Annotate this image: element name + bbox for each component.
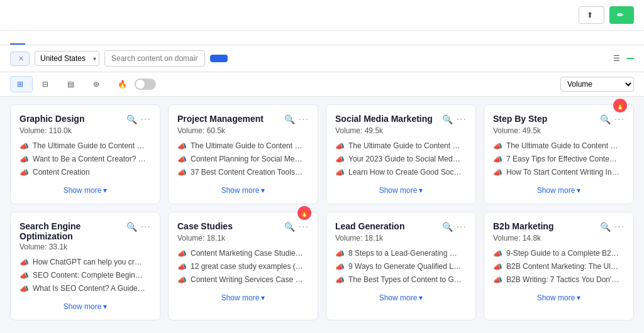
- view-explorer-button[interactable]: ⊟: [35, 76, 58, 92]
- order-button[interactable]: ✏: [609, 6, 634, 24]
- search-icon[interactable]: 🔍: [126, 222, 137, 232]
- favorite-ideas-link[interactable]: ☰: [613, 54, 634, 63]
- card-item: 📣 How ChatGPT can help you create conten…: [19, 258, 151, 267]
- chevron-down-icon: ▾: [103, 302, 107, 311]
- more-options-icon[interactable]: ···: [141, 114, 151, 125]
- view-mindmap-button[interactable]: ⊛: [86, 76, 109, 92]
- input-tag-close[interactable]: ✕: [18, 55, 24, 63]
- more-options-icon[interactable]: ···: [299, 221, 309, 232]
- more-options-icon[interactable]: ···: [141, 221, 151, 232]
- country-select-wrapper[interactable]: United States: [35, 51, 99, 66]
- card-item-text: How To Start Content Writing In 2023: [506, 168, 619, 177]
- card-header: Step By Step 🔍 ···: [493, 114, 625, 125]
- prioritize-select[interactable]: Volume Difficulty Topic Efficiency: [560, 77, 634, 92]
- more-options-icon[interactable]: ···: [614, 221, 625, 232]
- tab-favorite-ideas[interactable]: [28, 31, 43, 45]
- card-header: Project Management 🔍 ···: [177, 114, 309, 125]
- show-more-button[interactable]: Show more ▾: [177, 291, 309, 302]
- main-tabs: [0, 31, 644, 45]
- card-item: 📣 How To Start Content Writing In 2023: [493, 168, 625, 177]
- card-items: 📣 The Ultimate Guide to Content Creation…: [19, 141, 151, 177]
- more-options-icon[interactable]: ···: [457, 221, 467, 232]
- card-item: 📣 B2B Writing: 7 Tactics You Don't Want …: [493, 275, 625, 285]
- megaphone-icon: 📣: [335, 263, 345, 271]
- card-item-text: 7 Easy Tips for Effective Content Writin…: [506, 155, 619, 163]
- card-item: 📣 SEO Content: Complete Beginner's Guide: [19, 271, 151, 280]
- megaphone-icon: 📣: [19, 142, 29, 151]
- topic-input-tag[interactable]: ✕: [10, 52, 30, 66]
- search-domain-input[interactable]: [104, 50, 205, 67]
- more-options-icon[interactable]: ···: [457, 114, 467, 125]
- card-title: Project Management: [177, 114, 284, 124]
- export-button[interactable]: ⬆: [579, 6, 604, 24]
- trending-toggle[interactable]: [135, 79, 156, 90]
- show-more-button[interactable]: Show more ▾: [19, 183, 151, 195]
- card-items: 📣 How ChatGPT can help you create conten…: [19, 258, 151, 293]
- show-more-label: Show more: [379, 293, 418, 302]
- card-actions: 🔍 ···: [600, 114, 625, 125]
- trending-section: 🔥: [118, 79, 156, 90]
- card-actions: 🔍 ···: [284, 114, 309, 125]
- card-item: 📣 9-Step Guide to a Complete B2B Content…: [493, 249, 625, 258]
- more-options-icon[interactable]: ···: [299, 114, 309, 125]
- megaphone-icon: 📣: [335, 155, 345, 164]
- search-icon[interactable]: 🔍: [284, 114, 295, 124]
- megaphone-icon: 📣: [177, 276, 187, 285]
- card-title: Social Media Marketing: [335, 114, 442, 124]
- card-items: 📣 Content Marketing Case Studies from th…: [177, 249, 309, 285]
- card-item-text: Want to Be a Content Creator? Learn How: [33, 155, 146, 163]
- card-item-text: The Ultimate Guide to Content Creation: [191, 141, 304, 150]
- show-more-button[interactable]: Show more ▾: [335, 183, 467, 195]
- megaphone-icon: 📣: [493, 263, 502, 271]
- search-icon[interactable]: 🔍: [442, 222, 453, 232]
- header-actions: ⬆ ✏: [579, 6, 634, 24]
- more-options-icon[interactable]: ···: [614, 114, 625, 125]
- card-item: 📣 The Best Types of Content to Generate …: [335, 275, 467, 285]
- card-header: Social Media Marketing 🔍 ···: [335, 114, 467, 125]
- card-title: Search Engine Optimization: [19, 221, 126, 241]
- card-seo: Search Engine Optimization 🔍 ··· Volume:…: [10, 212, 160, 320]
- view-cards-button[interactable]: ⊞: [10, 76, 33, 92]
- card-item-text: Content Planning for Social Media: An 8-…: [191, 155, 304, 163]
- card-item: 📣 What Is SEO Content? A Guide to Creati…: [19, 284, 151, 293]
- export-icon: ⬆: [587, 11, 593, 19]
- search-icon[interactable]: 🔍: [600, 114, 611, 124]
- megaphone-icon: 📣: [177, 249, 187, 258]
- megaphone-icon: 📣: [493, 142, 502, 151]
- search-icon[interactable]: 🔍: [442, 114, 453, 124]
- card-item-text: Your 2023 Guide to Social Media Content …: [348, 155, 462, 163]
- megaphone-icon: 📣: [19, 155, 29, 164]
- megaphone-icon: 📣: [19, 271, 29, 280]
- view-overview-button[interactable]: ▤: [60, 76, 84, 92]
- chevron-down-icon: ▾: [419, 186, 423, 195]
- chevron-down-icon: ▾: [261, 186, 265, 195]
- megaphone-icon: 📣: [19, 285, 29, 293]
- megaphone-icon: 📣: [19, 168, 29, 177]
- show-more-button[interactable]: Show more ▾: [493, 183, 625, 195]
- card-volume: Volume: 18.1k: [335, 234, 467, 243]
- card-items: 📣 9-Step Guide to a Complete B2B Content…: [493, 249, 625, 285]
- card-item: 📣 7 Easy Tips for Effective Content Writ…: [493, 155, 625, 164]
- get-ideas-button[interactable]: [210, 55, 228, 62]
- chevron-down-icon: ▾: [577, 293, 580, 302]
- show-more-label: Show more: [537, 293, 575, 302]
- search-icon[interactable]: 🔍: [600, 222, 611, 232]
- search-icon[interactable]: 🔍: [126, 114, 137, 124]
- card-item: 📣 8 Steps to a Lead-Generating Content M…: [335, 249, 467, 258]
- tab-content-ideas[interactable]: [10, 31, 25, 45]
- card-item-text: The Best Types of Content to Generate Le…: [348, 275, 462, 284]
- country-select[interactable]: United States: [35, 51, 99, 66]
- show-more-button[interactable]: Show more ▾: [493, 291, 625, 302]
- show-more-button[interactable]: Show more ▾: [335, 291, 467, 302]
- card-volume: Volume: 49.5k: [335, 126, 467, 135]
- card-item-text: The Ultimate Guide to Content Creation: [348, 141, 462, 150]
- search-icon[interactable]: 🔍: [284, 222, 295, 232]
- cards-icon: ⊞: [17, 80, 23, 89]
- show-more-button[interactable]: Show more ▾: [177, 183, 309, 195]
- show-more-button[interactable]: Show more ▾: [19, 300, 151, 311]
- chevron-down-icon: ▾: [261, 293, 265, 302]
- show-more-label: Show more: [537, 186, 575, 195]
- card-title: Case Studies: [177, 221, 284, 231]
- card-title: Lead Generation: [335, 221, 442, 231]
- card-item-text: 9-Step Guide to a Complete B2B Content S…: [506, 249, 619, 258]
